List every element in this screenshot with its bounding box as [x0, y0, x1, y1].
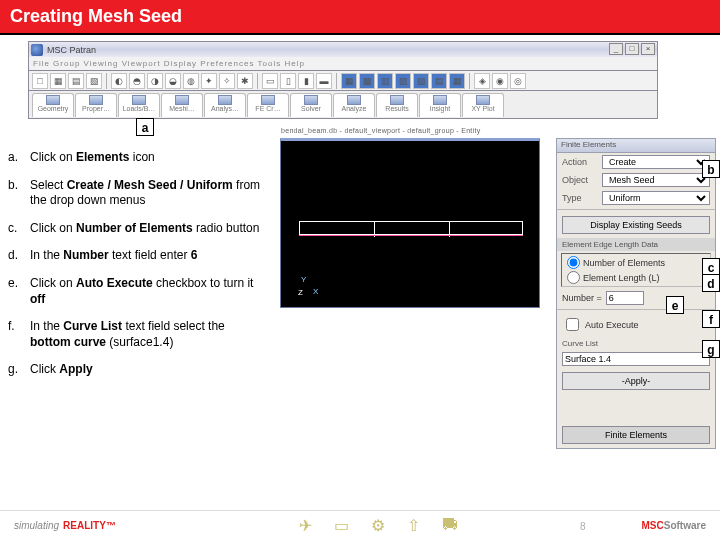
step-a: a. Click on Elements icon	[8, 150, 268, 166]
toolbar-icon[interactable]: ▯	[280, 73, 296, 89]
patran-app-screenshot: MSC Patran _ □ × File Group Viewing View…	[28, 41, 658, 119]
type-label: Type	[562, 193, 602, 203]
toolbar-icon[interactable]: ▦	[341, 73, 357, 89]
maximize-button[interactable]: □	[625, 43, 639, 55]
rocket-icon: ⇧	[407, 516, 420, 535]
brand-left: simulating REALITY™	[14, 520, 116, 531]
toolbar-icon[interactable]: ▥	[377, 73, 393, 89]
beam-surface	[299, 221, 523, 235]
tab-analyze[interactable]: Analyze	[333, 93, 375, 117]
slide-title: Creating Mesh Seed	[10, 6, 182, 26]
minimize-button[interactable]: _	[609, 43, 623, 55]
apply-button[interactable]: -Apply-	[562, 372, 710, 390]
toolbar-icon[interactable]: ◈	[474, 73, 490, 89]
application-tabbar: Geometry Proper… Loads/B… Meshi… Analys……	[28, 91, 658, 119]
toolbar-icon[interactable]: ◓	[129, 73, 145, 89]
toolbar-separator	[469, 73, 470, 89]
curve-list-field[interactable]	[562, 352, 710, 366]
app-icon	[31, 44, 43, 56]
radio-element-length[interactable]: Element Length (L)	[562, 270, 710, 285]
edge-length-group: Element Edge Length Data	[557, 238, 715, 251]
number-label: Number =	[562, 293, 602, 303]
step-f: f. In the Curve List text field select t…	[8, 319, 268, 350]
toolbar-icon[interactable]: □	[32, 73, 48, 89]
brand-right: MSCSoftware	[642, 520, 706, 531]
callout-f: f	[702, 310, 720, 328]
tab-insight[interactable]: Insight	[419, 93, 461, 117]
number-field[interactable]	[606, 291, 644, 305]
slide-footer: simulating REALITY™ ✈ ▭ ⚙ ⇧ ⛟ 8 MSCSoftw…	[0, 510, 720, 540]
radio-element-length-input[interactable]	[567, 271, 580, 284]
model-viewport[interactable]: bendal_beam.db - default_viewport - defa…	[280, 138, 540, 308]
toolbar-icon[interactable]: ◒	[165, 73, 181, 89]
tab-properties[interactable]: Proper…	[75, 93, 117, 117]
close-button[interactable]: ×	[641, 43, 655, 55]
step-g: g. Click Apply	[8, 362, 268, 378]
finite-elements-footer[interactable]: Finite Elements	[562, 426, 710, 444]
tab-results[interactable]: Results	[376, 93, 418, 117]
toolbar-icon[interactable]: ▧	[413, 73, 429, 89]
viewport-caption: bendal_beam.db - default_viewport - defa…	[281, 127, 481, 134]
page-number: 8	[580, 521, 586, 532]
toolbar-separator	[257, 73, 258, 89]
finite-elements-panel: Finite Elements Action Create Object Mes…	[556, 138, 716, 449]
toolbar-icon[interactable]: ✧	[219, 73, 235, 89]
slide-title-bar: Creating Mesh Seed	[0, 0, 720, 35]
footer-icons: ✈ ▭ ⚙ ⇧ ⛟	[299, 516, 458, 535]
tab-solver[interactable]: Solver	[290, 93, 332, 117]
auto-execute-row[interactable]: Auto Execute	[557, 312, 715, 337]
callout-e: e	[666, 296, 684, 314]
object-label: Object	[562, 175, 602, 185]
toolbar-icon[interactable]: ▨	[395, 73, 411, 89]
toolbar-icon[interactable]: ▬	[316, 73, 332, 89]
gear-icon: ⚙	[371, 516, 385, 535]
tab-meshing[interactable]: Meshi…	[161, 93, 203, 117]
window-title: MSC Patran	[47, 45, 96, 55]
toolbar-icon[interactable]: ◍	[183, 73, 199, 89]
toolbar-icon[interactable]: ▮	[298, 73, 314, 89]
type-select[interactable]: Uniform	[602, 191, 710, 205]
toolbar-icon[interactable]: ▤	[68, 73, 84, 89]
main-toolbar: □ ▦ ▤ ▧ ◐ ◓ ◑ ◒ ◍ ✦ ✧ ✱ ▭ ▯ ▮ ▬ ▦ ▩ ▥ ▨ …	[28, 71, 658, 91]
toolbar-icon[interactable]: ▤	[431, 73, 447, 89]
toolbar-icon[interactable]: ◑	[147, 73, 163, 89]
action-label: Action	[562, 157, 602, 167]
selected-bottom-curve[interactable]	[299, 235, 523, 236]
step-c: c. Click on Number of Elements radio but…	[8, 221, 268, 237]
toolbar-icon[interactable]: ◐	[111, 73, 127, 89]
step-b: b. Select Create / Mesh Seed / Uniform f…	[8, 178, 268, 209]
step-d: d. In the Number text field enter 6	[8, 248, 268, 264]
toolbar-separator	[106, 73, 107, 89]
toolbar-icon[interactable]: ◉	[492, 73, 508, 89]
radio-number-of-elements-input[interactable]	[567, 256, 580, 269]
callout-g: g	[702, 340, 720, 358]
toolbar-icon[interactable]: ◎	[510, 73, 526, 89]
toolbar-icon[interactable]: ✦	[201, 73, 217, 89]
tab-fecr[interactable]: FE Cr…	[247, 93, 289, 117]
truck-icon: ⛟	[442, 516, 458, 535]
tab-xyplot[interactable]: XY Plot	[462, 93, 504, 117]
window-buttons: _ □ ×	[609, 43, 655, 55]
toolbar-icon[interactable]: ▦	[50, 73, 66, 89]
callout-d: d	[702, 274, 720, 292]
radio-number-of-elements[interactable]: Number of Elements	[562, 255, 710, 270]
instruction-steps: a. Click on Elements icon b. Select Crea…	[8, 150, 268, 390]
tab-geometry[interactable]: Geometry	[32, 93, 74, 117]
toolbar-icon[interactable]: ▦	[449, 73, 465, 89]
window-titlebar: MSC Patran _ □ ×	[28, 41, 658, 57]
tab-loadsbc[interactable]: Loads/B…	[118, 93, 160, 117]
toolbar-icon[interactable]: ▩	[359, 73, 375, 89]
callout-a: a	[136, 118, 154, 136]
display-existing-seeds-button[interactable]: Display Existing Seeds	[562, 216, 710, 234]
toolbar-icon[interactable]: ▧	[86, 73, 102, 89]
object-select[interactable]: Mesh Seed	[602, 173, 710, 187]
toolbar-separator	[336, 73, 337, 89]
menubar[interactable]: File Group Viewing Viewport Display Pref…	[28, 57, 658, 71]
panel-title: Finite Elements	[557, 139, 715, 153]
tab-analysis[interactable]: Analys…	[204, 93, 246, 117]
action-select[interactable]: Create	[602, 155, 710, 169]
step-e: e. Click on Auto Execute checkbox to tur…	[8, 276, 268, 307]
auto-execute-checkbox[interactable]	[566, 318, 579, 331]
toolbar-icon[interactable]: ▭	[262, 73, 278, 89]
toolbar-icon[interactable]: ✱	[237, 73, 253, 89]
